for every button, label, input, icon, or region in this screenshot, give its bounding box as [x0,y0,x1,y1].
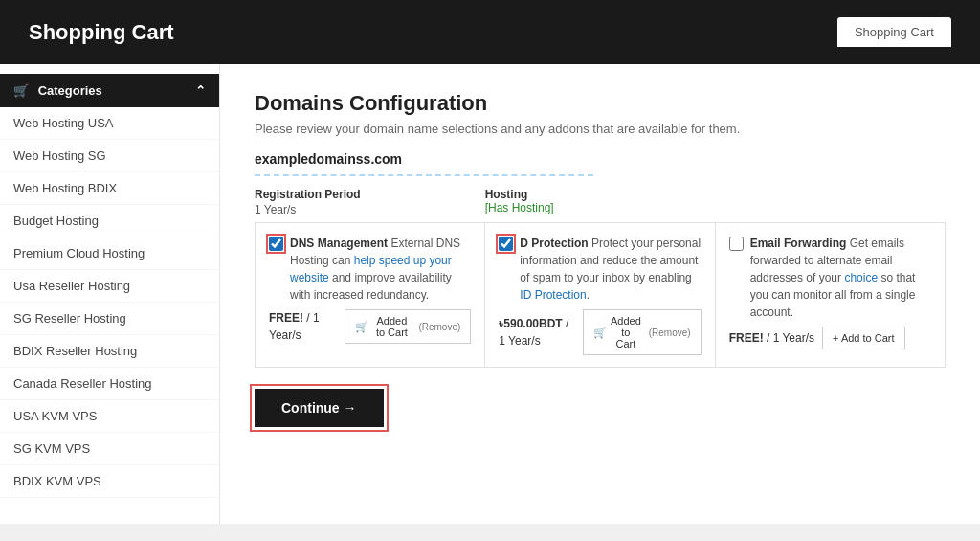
email-forwarding-card: Email Forwarding Get emails forwarded to… [716,223,945,367]
email-card-header: Email Forwarding Get emails forwarded to… [729,235,931,321]
registration-period-value: 1 Year/s [255,203,485,216]
addon-cards-row: DNS Management External DNS Hosting can … [255,222,946,368]
hosting-value: [Has Hosting] [485,201,716,214]
sidebar-categories-header[interactable]: 🛒 Categories ⌃ [0,74,219,107]
sidebar-item-bdix-kvm-vps[interactable]: BDIX KVM VPS [0,465,219,498]
email-add-to-cart-button[interactable]: + Add to Cart [822,327,905,349]
page-subtitle: Please review your domain name selection… [255,122,946,136]
id-protection-checkbox[interactable] [499,237,513,251]
header-title: Shopping Cart [29,20,174,45]
dns-management-title: DNS Management [290,237,388,250]
sidebar-item-canada-reseller-hosting[interactable]: Canada Reseller Hosting [0,368,219,400]
id-card-header: D Protection Protect your personal infor… [499,235,701,304]
email-forwarding-checkbox[interactable] [729,237,744,251]
dns-management-card: DNS Management External DNS Hosting can … [256,223,485,367]
id-card-footer: ৳590.00BDT / 1 Year/s 🛒 Added to Cart (R… [499,309,701,355]
sidebar-item-web-hosting-usa[interactable]: Web Hosting USA [0,107,219,140]
sidebar: 🛒 Categories ⌃ Web Hosting USA Web Hosti… [0,64,220,524]
id-price: ৳590.00BDT / 1 Year/s [499,315,575,349]
sidebar-item-sg-reseller-hosting[interactable]: SG Reseller Hosting [0,303,219,335]
email-card-footer: FREE! / 1 Year/s + Add to Cart [729,327,931,349]
dns-price: FREE! / 1 Year/s [269,309,337,344]
cart-sm-icon2: 🛒 [593,327,607,339]
dns-added-to-cart-button[interactable]: 🛒 Added to Cart (Remove) [345,309,471,344]
cart-sm-icon: 🛒 [355,321,368,333]
dns-card-footer: FREE! / 1 Year/s 🛒 Added to Cart (Remove… [269,309,471,344]
dns-card-header: DNS Management External DNS Hosting can … [269,235,471,304]
header: Shopping Cart Shopping Cart [0,0,980,64]
sidebar-item-usa-kvm-vps[interactable]: USA KVM VPS [0,400,219,433]
id-added-to-cart-button[interactable]: 🛒 Added to Cart (Remove) [583,309,702,355]
empty-section [715,188,946,216]
sidebar-item-web-hosting-sg[interactable]: Web Hosting SG [0,140,219,172]
sidebar-item-budget-hosting[interactable]: Budget Hosting [0,205,219,237]
cart-icon: 🛒 [13,83,29,98]
sidebar-item-web-hosting-bdix[interactable]: Web Hosting BDIX [0,172,219,205]
continue-btn-wrapper: Continue → [255,389,946,427]
hosting-label: Hosting [485,188,716,201]
email-price: FREE! / 1 Year/s [729,329,814,347]
domain-name: exampledomainss.com [255,151,593,176]
sidebar-item-usa-reseller-hosting[interactable]: Usa Reseller Hosting [0,270,219,303]
breadcrumb: Shopping Cart [837,17,951,47]
registration-period-label: Registration Period [255,188,485,201]
id-protection-title: D Protection [520,237,588,250]
dns-management-checkbox[interactable] [269,237,283,251]
sidebar-item-premium-cloud-hosting[interactable]: Premium Cloud Hosting [0,237,219,270]
content-area: Domains Configuration Please review your… [220,64,980,524]
categories-label: Categories [38,83,102,98]
section-labels-row: Registration Period 1 Year/s Hosting [Ha… [255,188,946,216]
main-wrapper: 🛒 Categories ⌃ Web Hosting USA Web Hosti… [0,64,980,524]
continue-button[interactable]: Continue → [255,389,384,427]
email-forwarding-title: Email Forwarding [750,237,847,250]
sidebar-item-sg-kvm-vps[interactable]: SG KVM VPS [0,433,219,465]
chevron-up-icon: ⌃ [195,83,206,98]
page-title: Domains Configuration [255,91,946,116]
id-protection-card: D Protection Protect your personal infor… [485,223,715,367]
sidebar-item-bdix-reseller-hosting[interactable]: BDIX Reseller Hosting [0,335,219,368]
registration-period-section: Registration Period 1 Year/s [255,188,485,216]
hosting-section: Hosting [Has Hosting] [485,188,716,216]
